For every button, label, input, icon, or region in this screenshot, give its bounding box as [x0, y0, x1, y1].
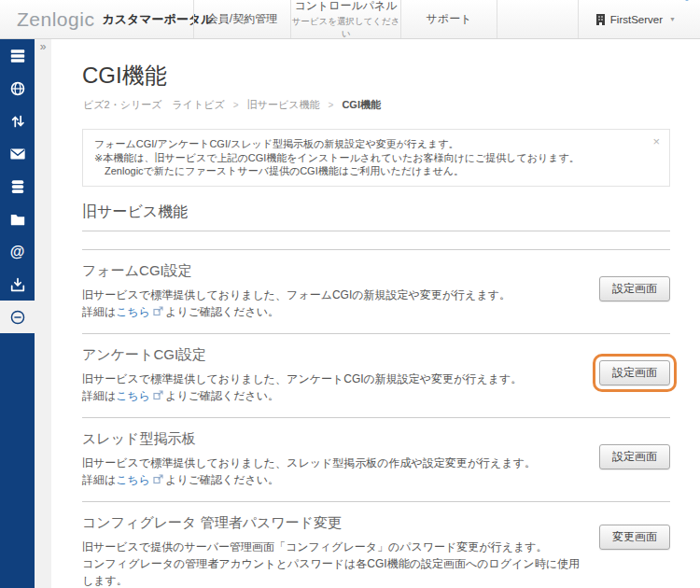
account-name: FirstServer	[610, 14, 663, 25]
details-link[interactable]: こちら	[116, 305, 150, 318]
feature-title: フォームCGI設定	[82, 262, 670, 280]
settings-screen-button-highlighted[interactable]: 設定画面	[599, 360, 670, 385]
notice-box: フォームCGI/アンケートCGI/スレッド型掲示板の新規設定や変更が行えます。 …	[82, 129, 670, 187]
settings-screen-button[interactable]: 設定画面	[599, 444, 670, 469]
feature-form-cgi: フォームCGI設定 旧サービスで標準提供しておりました、フォームCGIの新規設定…	[82, 249, 670, 333]
feature-title: スレッド型掲示板	[82, 430, 670, 448]
details-link[interactable]: こちら	[116, 389, 150, 402]
account-menu[interactable]: FirstServer ▼	[578, 0, 700, 38]
nav-sublabel: サービスを選択してください	[291, 16, 400, 40]
feature-link-line: 詳細はこちらよりご確認ください。	[82, 303, 586, 320]
sidebar-item-domain[interactable]	[0, 72, 35, 105]
nav-support[interactable]: サポート	[400, 0, 497, 38]
sidebar: @	[0, 39, 35, 588]
link-suffix: よりご確認ください。	[165, 473, 279, 486]
feature-configurator-password: コンフィグレータ 管理者パスワード変更 旧サービスで提供のサーバー管理画面「コン…	[82, 501, 670, 588]
logo[interactable]: Zenlogic カスタマーポータル	[0, 0, 193, 38]
breadcrumb-separator: >	[233, 100, 239, 110]
sidebar-item-files[interactable]	[0, 203, 35, 235]
sidebar-item-transfer[interactable]	[0, 105, 35, 137]
database-icon	[9, 178, 26, 195]
globe-icon	[9, 80, 26, 97]
notice-line: Zenlogicで新たにファーストサーバ提供のCGI機能はご利用いただけません。	[94, 164, 639, 178]
top-header: Zenlogic カスタマーポータル 会員/契約管理 コントロールパネル サービ…	[0, 0, 700, 39]
breadcrumb-current: CGI機能	[342, 99, 381, 110]
breadcrumb-item[interactable]: 旧サービス機能	[247, 99, 320, 110]
sidebar-item-cgi-active[interactable]	[0, 301, 35, 333]
close-icon[interactable]: ×	[652, 135, 660, 149]
feature-survey-cgi: アンケートCGI設定 旧サービスで標準提供しておりました、アンケートCGIの新規…	[82, 333, 670, 417]
nav-label: サポート	[427, 11, 472, 27]
external-link-icon	[153, 474, 163, 484]
sidebar-item-mail[interactable]	[0, 137, 35, 170]
main-content: CGI機能 ビズ2・シリーズ ライトビズ > 旧サービス機能 > CGI機能 フ…	[51, 39, 700, 588]
breadcrumb: ビズ2・シリーズ ライトビズ > 旧サービス機能 > CGI機能	[83, 98, 670, 112]
feature-title: アンケートCGI設定	[82, 346, 670, 364]
feature-description: コンフィグレータの管理者アカウントとパスワードは各CGI機能の設定画面へのログイ…	[82, 555, 586, 588]
feature-title: コンフィグレータ 管理者パスワード変更	[82, 514, 670, 532]
feature-link-line: 詳細はこちらよりご確認ください。	[82, 387, 586, 404]
change-screen-button[interactable]: 変更画面	[599, 525, 670, 550]
settings-screen-button[interactable]: 設定画面	[599, 276, 670, 301]
chevron-down-icon: ▼	[669, 16, 676, 22]
transfer-arrows-icon	[9, 113, 26, 130]
server-icon	[9, 48, 26, 64]
link-prefix: 詳細は	[82, 305, 116, 318]
header-nav: 会員/契約管理 コントロールパネル サービスを選択してください サポート	[193, 0, 497, 38]
minus-circle-icon	[9, 309, 26, 326]
breadcrumb-item[interactable]: ビズ2・シリーズ ライトビズ	[83, 99, 225, 110]
folder-icon	[9, 211, 26, 228]
feature-description: 旧サービスで標準提供しておりました、フォームCGIの新規設定や変更が行えます。	[82, 287, 586, 303]
breadcrumb-separator: >	[329, 100, 334, 110]
section-heading: 旧サービス機能	[82, 203, 670, 231]
nav-member-contract[interactable]: 会員/契約管理	[193, 0, 290, 38]
feature-description: 旧サービスで提供のサーバー管理画面「コンフィグレータ」のパスワード変更が行えます…	[82, 539, 586, 555]
feature-description: 旧サービスで標準提供しておりました、スレッド型掲示板の作成や設定変更が行えます。	[82, 455, 586, 471]
external-link-icon	[153, 306, 163, 316]
feature-description: 旧サービスで標準提供しておりました、アンケートCGIの新規設定や変更が行えます。	[82, 371, 586, 387]
install-icon	[9, 276, 26, 293]
feature-list: フォームCGI設定 旧サービスで標準提供しておりました、フォームCGIの新規設定…	[82, 249, 670, 588]
at-sign-icon: @	[10, 245, 25, 259]
link-prefix: 詳細は	[82, 389, 116, 402]
sidebar-expand-icon[interactable]: »	[35, 39, 51, 53]
logo-text: Zenlogic	[17, 8, 94, 31]
sidebar-item-email-address[interactable]: @	[0, 235, 35, 268]
sidebar-item-install[interactable]	[0, 268, 35, 301]
nav-control-panel[interactable]: コントロールパネル サービスを選択してください	[290, 0, 400, 38]
sidebar-rail: »	[35, 39, 51, 588]
nav-label: 会員/契約管理	[207, 11, 277, 27]
details-link[interactable]: こちら	[116, 473, 150, 486]
sidebar-item-server[interactable]	[0, 39, 35, 72]
page-title: CGI機能	[82, 61, 670, 91]
link-suffix: よりご確認ください。	[165, 389, 279, 402]
link-prefix: 詳細は	[82, 473, 116, 486]
sidebar-item-database[interactable]	[0, 170, 35, 203]
app-window: Zenlogic カスタマーポータル 会員/契約管理 コントロールパネル サービ…	[0, 0, 700, 588]
notice-line: フォームCGI/アンケートCGI/スレッド型掲示板の新規設定や変更が行えます。	[94, 137, 639, 151]
feature-thread-bbs: スレッド型掲示板 旧サービスで標準提供しておりました、スレッド型掲示板の作成や設…	[82, 417, 670, 501]
organization-icon	[595, 13, 606, 25]
nav-label: コントロールパネル	[294, 0, 397, 14]
link-suffix: よりご確認ください。	[165, 305, 279, 318]
external-link-icon	[153, 390, 163, 400]
feature-link-line: 詳細はこちらよりご確認ください。	[82, 471, 586, 488]
notice-line: ※本機能は、旧サービスで上記のCGI機能をインストールされていたお客様向けにご提…	[94, 151, 639, 165]
mail-icon	[9, 146, 26, 162]
